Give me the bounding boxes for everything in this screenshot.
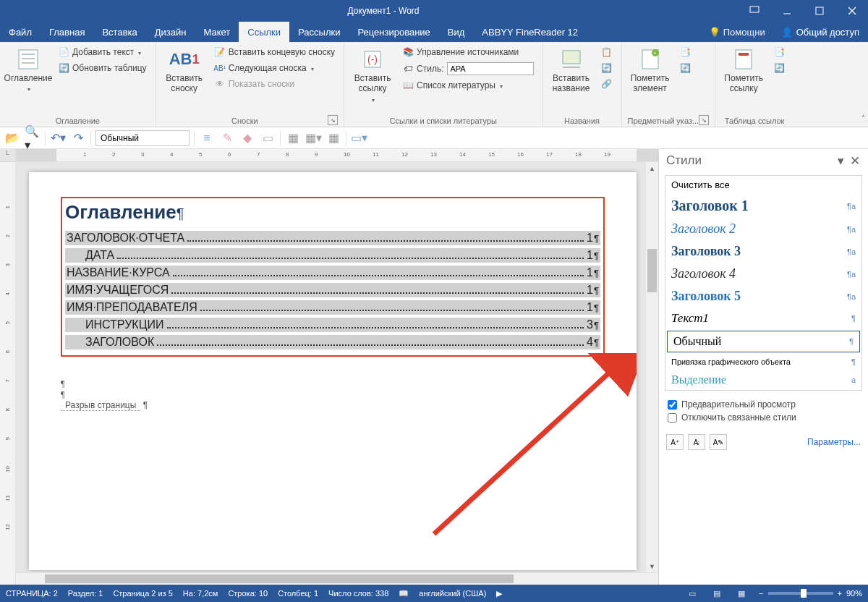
- qat-btn-6[interactable]: ▦▾: [305, 130, 321, 146]
- linked-checkbox[interactable]: Отключить связанные стили: [668, 412, 859, 423]
- caption-opt1[interactable]: 📋: [598, 45, 616, 59]
- vertical-ruler[interactable]: L 123456789101112: [0, 149, 16, 585]
- style-heading-4[interactable]: Заголовок 4¶a: [665, 263, 861, 285]
- status-proofing-icon[interactable]: 📖: [399, 589, 409, 598]
- bibliography-button[interactable]: 📖Список литературы: [399, 78, 536, 93]
- share-button[interactable]: 👤Общий доступ: [773, 22, 868, 42]
- horizontal-scrollbar[interactable]: [16, 572, 658, 585]
- quick-access-toolbar: 📂 🔍▾ ↶▾ ↷ ≡ ✎ ◆ ▭ ▦ ▦▾ ▦ ▭▾: [0, 127, 868, 149]
- status-col[interactable]: Столбец: 1: [278, 589, 318, 598]
- caption-opt2[interactable]: 🔄: [598, 61, 616, 75]
- window-title: Документ1 - Word: [29, 6, 738, 16]
- insert-citation-button[interactable]: (-) Вставить ссылку: [350, 45, 395, 107]
- tab-insert[interactable]: Вставка: [93, 22, 145, 42]
- style-text1[interactable]: Текст1¶: [665, 308, 861, 329]
- status-macro-icon[interactable]: ▶: [496, 589, 502, 598]
- new-style-button[interactable]: A⁺: [666, 434, 684, 450]
- tab-mailings[interactable]: Рассылки: [289, 22, 349, 42]
- qat-open-icon[interactable]: 📂: [4, 130, 20, 146]
- citation-style-select[interactable]: [447, 62, 534, 75]
- tab-review[interactable]: Рецензирование: [349, 22, 438, 42]
- minimize-button[interactable]: [770, 0, 803, 22]
- qat-btn-3[interactable]: ◆: [239, 130, 255, 146]
- qat-find-icon[interactable]: 🔍▾: [25, 130, 41, 146]
- caption-opt3[interactable]: 🔗: [598, 77, 616, 91]
- update-toc-button[interactable]: 🔄Обновить таблицу: [55, 61, 150, 75]
- maximize-button[interactable]: [803, 0, 835, 22]
- ribbon-options-icon[interactable]: [738, 0, 770, 22]
- svg-rect-2: [816, 7, 823, 14]
- zoom-out-button[interactable]: −: [759, 589, 763, 598]
- add-text-button[interactable]: 📄Добавить текст: [55, 45, 150, 59]
- index-opt2[interactable]: 🔄: [677, 61, 694, 75]
- qat-btn-5[interactable]: ▦: [285, 130, 301, 146]
- view-print-icon[interactable]: ▤: [710, 587, 724, 600]
- insert-caption-button[interactable]: Вставить название: [549, 45, 594, 97]
- qat-btn-1[interactable]: ≡: [199, 130, 215, 146]
- add-text-icon: 📄: [58, 46, 69, 58]
- tab-home[interactable]: Главная: [41, 22, 93, 42]
- status-lang[interactable]: английский (США): [419, 589, 486, 598]
- status-words[interactable]: Число слов: 338: [328, 589, 388, 598]
- index-opt1[interactable]: 📑: [677, 45, 694, 59]
- document-area[interactable]: Оглавление ЗАГОЛОВОК·ОТЧЕТА1ДАТА1НАЗВАНИ…: [16, 162, 658, 572]
- tell-me[interactable]: 💡Помощни: [702, 22, 773, 42]
- style-anchor[interactable]: Привязка графического объекта¶: [665, 354, 861, 370]
- zoom-slider[interactable]: [768, 592, 833, 595]
- style-selection[interactable]: Выделениеa: [665, 370, 861, 390]
- insert-endnote-button[interactable]: 📝Вставить концевую сноску: [211, 45, 338, 59]
- qat-btn-2[interactable]: ✎: [219, 130, 235, 146]
- tab-references[interactable]: Ссылки: [239, 22, 289, 42]
- footnotes-dialog-launcher[interactable]: ↘: [328, 115, 338, 125]
- style-heading-1[interactable]: Заголовок 1¶a: [665, 194, 861, 218]
- redo-button[interactable]: ↷: [70, 130, 86, 146]
- next-footnote-button[interactable]: AB¹Следующая сноска: [211, 61, 338, 75]
- show-notes-button[interactable]: 👁Показать сноски: [211, 77, 338, 91]
- vertical-scrollbar[interactable]: ▲▼: [646, 162, 658, 572]
- index-dialog-launcher[interactable]: ↘: [699, 115, 709, 125]
- collapse-ribbon-icon[interactable]: ˄: [861, 114, 865, 122]
- insert-footnote-button[interactable]: AB1 Вставить сноску: [162, 45, 207, 97]
- style-inspector-button[interactable]: Aᵢ: [688, 434, 705, 450]
- style-options-link[interactable]: Параметры...: [807, 437, 861, 447]
- horizontal-ruler[interactable]: 12345678910111213141516171819: [16, 149, 658, 162]
- status-page[interactable]: СТРАНИЦА: 2: [6, 589, 58, 598]
- status-line[interactable]: Строка: 10: [228, 589, 268, 598]
- pane-options-icon[interactable]: ▾: [835, 155, 846, 166]
- close-button[interactable]: [835, 0, 868, 22]
- view-read-icon[interactable]: ▭: [685, 587, 699, 600]
- qat-btn-4[interactable]: ▭: [260, 130, 276, 146]
- view-web-icon[interactable]: ▦: [734, 587, 749, 600]
- toc-entry: ИНСТРУКЦИИ3: [65, 318, 600, 332]
- tab-view[interactable]: Вид: [439, 22, 474, 42]
- qat-btn-8[interactable]: ▭▾: [351, 130, 367, 146]
- manage-sources-button[interactable]: 📚Управление источниками: [399, 45, 536, 59]
- tab-layout[interactable]: Макет: [195, 22, 239, 42]
- undo-button[interactable]: ↶▾: [50, 130, 66, 146]
- manage-styles-button[interactable]: A✎: [710, 434, 727, 450]
- mark-index-button[interactable]: + Пометить элемент: [628, 45, 673, 97]
- status-page-of[interactable]: Страница 2 из 5: [113, 589, 172, 598]
- status-bar: СТРАНИЦА: 2 Раздел: 1 Страница 2 из 5 На…: [0, 585, 868, 602]
- toc-button[interactable]: Оглавление: [6, 45, 51, 97]
- toa-opt1[interactable]: 📑: [770, 45, 788, 59]
- style-heading-2[interactable]: Заголовок 2¶a: [665, 218, 861, 240]
- preview-checkbox[interactable]: Предварительный просмотр: [668, 399, 859, 410]
- zoom-in-button[interactable]: +: [838, 589, 842, 598]
- style-heading-3[interactable]: Заголовок 3¶a: [665, 240, 861, 263]
- pane-close-icon[interactable]: ✕: [849, 155, 861, 166]
- tab-abbyy[interactable]: ABBYY FineReader 12: [473, 22, 587, 42]
- style-combo[interactable]: [95, 130, 190, 146]
- style-normal[interactable]: Обычный¶: [667, 331, 860, 352]
- style-clear-all[interactable]: Очистить все: [665, 176, 861, 194]
- qat-btn-7[interactable]: ▦: [326, 130, 341, 146]
- zoom-value[interactable]: 90%: [846, 589, 862, 598]
- style-heading-5[interactable]: Заголовок 5¶a: [665, 285, 861, 308]
- status-section[interactable]: Раздел: 1: [68, 589, 103, 598]
- manage-sources-icon: 📚: [402, 46, 414, 58]
- mark-citation-button[interactable]: Пометить ссылку: [721, 45, 766, 97]
- tab-file[interactable]: Файл: [0, 22, 41, 42]
- status-at[interactable]: На: 7,2см: [183, 589, 218, 598]
- tab-design[interactable]: Дизайн: [146, 22, 195, 42]
- toa-opt2[interactable]: 🔄: [770, 61, 788, 75]
